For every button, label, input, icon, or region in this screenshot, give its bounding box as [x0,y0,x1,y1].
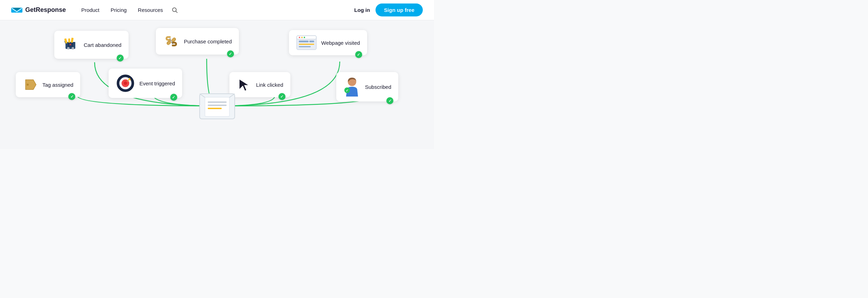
svg-rect-39 [208,101,227,103]
webpage-icon [296,35,317,50]
svg-line-3 [176,11,178,13]
purchase-check: ✓ [227,50,234,57]
link-clicked-label: Link clicked [256,82,283,88]
svg-text:✕: ✕ [69,43,72,47]
tag-assigned-card: Tag assigned ✓ [16,72,80,97]
svg-rect-23 [299,44,314,45]
svg-point-19 [299,37,300,38]
cart-abandoned-card: ✕ Cart abandoned ✓ [54,31,129,59]
search-icon[interactable] [171,7,178,14]
webpage-visited-label: Webpage visited [321,40,360,46]
logo-text: GetResponse [25,6,66,14]
svg-point-20 [301,37,303,38]
tag-assigned-label: Tag assigned [42,82,73,88]
cart-abandoned-label: Cart abandoned [84,42,122,48]
svg-point-26 [27,84,29,86]
canvas: ✕ Cart abandoned ✓ Purchase completed [0,20,434,149]
svg-point-8 [67,47,70,50]
tag-icon [23,77,38,92]
svg-rect-22 [299,41,309,42]
subscribed-check: ✓ [386,97,393,104]
cart-icon: ✕ [61,36,80,54]
purchase-completed-card: Purchase completed ✓ [156,28,239,55]
svg-rect-7 [68,38,70,43]
webpage-check: ✓ [355,51,362,58]
svg-marker-33 [239,79,249,91]
cart-check: ✓ [117,55,124,62]
svg-rect-40 [208,105,227,106]
purchase-completed-label: Purchase completed [184,38,232,44]
center-envelope [198,87,236,123]
subscribed-card: ✓ Subscribed ✓ [336,72,398,101]
resources-nav-item[interactable]: Resources [134,4,167,16]
webpage-visited-card: Webpage visited ✓ [289,30,367,55]
login-button[interactable]: Log in [354,7,370,13]
link-check: ✓ [278,93,285,100]
cursor-icon [236,77,252,92]
svg-text:✓: ✓ [346,89,349,92]
svg-rect-41 [208,108,222,109]
svg-point-2 [173,8,177,12]
tag-check: ✓ [68,93,75,100]
person-icon: ✓ [343,77,361,97]
logo-icon [11,6,22,14]
navbar: GetResponse Product Pricing Resources Lo… [0,0,434,20]
nav-links: Product Pricing Resources [77,4,354,16]
svg-point-9 [72,47,74,50]
svg-rect-25 [309,41,314,42]
svg-rect-5 [64,38,67,43]
logo[interactable]: GetResponse [11,6,66,14]
svg-rect-24 [299,46,311,47]
event-triggered-label: Event triggered [139,80,175,86]
target-icon [116,73,135,93]
svg-point-21 [304,37,305,38]
nav-right: Log in Sign up free [354,3,423,16]
event-triggered-card: Event triggered ✓ [109,69,182,98]
svg-rect-38 [205,97,229,116]
event-check: ✓ [170,94,177,101]
svg-point-30 [124,81,127,85]
product-nav-item[interactable]: Product [77,4,104,16]
link-clicked-card: Link clicked ✓ [229,72,290,97]
link-chain-icon [163,33,180,50]
subscribed-label: Subscribed [365,84,391,90]
pricing-nav-item[interactable]: Pricing [106,4,131,16]
signup-button[interactable]: Sign up free [376,3,423,16]
